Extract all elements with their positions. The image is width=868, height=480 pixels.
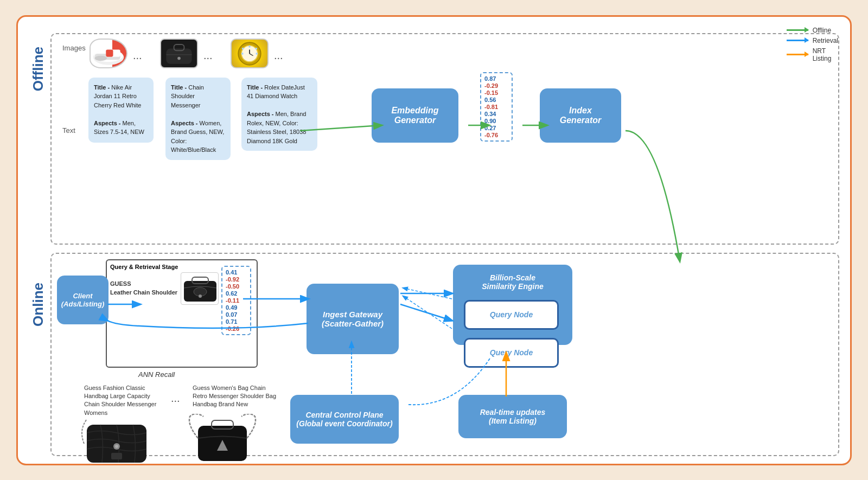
query-node-2-label: Query Node [490, 348, 533, 357]
product-card-chain: Title - Chain Shoulder Messenger Aspects… [165, 78, 231, 160]
chain-aspects-label: Aspects - [171, 120, 200, 126]
embedding-generator-box: EmbeddingGenerator [372, 88, 458, 143]
query-node-2-box: Query Node [464, 338, 559, 368]
index-generator-label: IndexGenerator [560, 106, 601, 125]
online-section-label: Online [30, 283, 47, 327]
svg-point-15 [256, 53, 258, 55]
svg-rect-27 [111, 453, 122, 459]
offline-vector: 0.87 -0.29 -0.15 0.56 -0.81 0.34 0.90 0.… [480, 72, 513, 142]
online-vector: 0.41 -0.92 -0.50 0.62 -0.11 0.49 0.07 0.… [221, 266, 251, 335]
svg-point-16 [242, 47, 244, 49]
svg-point-14 [255, 47, 257, 49]
guess-product-text: GUESS Leather Chain Shoulder [110, 280, 177, 297]
ingest-gateway-box: Ingest Gateway(Scatter-Gather) [307, 284, 399, 354]
result-1-text: Guess Fashion Classic Handbag Large Capa… [84, 384, 165, 418]
dots-results: ... [171, 392, 180, 405]
ingest-gateway-label: Ingest Gateway(Scatter-Gather) [322, 310, 384, 328]
query-node-1-box: Query Node [464, 300, 559, 330]
nike-aspects-label: Aspects - [94, 120, 123, 126]
offline-arrow-icon [787, 29, 808, 31]
dots-1: ... [133, 49, 142, 62]
nike-title-label: Title - [94, 84, 111, 91]
realtime-updates-box: Real-time updates(Item Listing) [458, 395, 567, 438]
client-label: Client(Ads/Listing) [61, 292, 104, 308]
offline-section-label: Offline [30, 47, 47, 91]
embedding-generator-label: EmbeddingGenerator [391, 106, 438, 125]
ann-recall-label: ANN Recall [138, 370, 175, 379]
central-control-box: Central Control Plane(Global event Coord… [290, 395, 399, 444]
shoe-image [90, 39, 127, 68]
dots-2: ... [203, 49, 213, 62]
product-card-nike: Title - Nike Air Jordan 11 Retro Cherry … [88, 78, 154, 143]
realtime-updates-label: Real-time updates(Item Listing) [480, 408, 546, 425]
product-card-rolex: Title - Rolex DateJust 41 Diamond Watch … [241, 78, 317, 151]
query-node-1-label: Query Node [490, 310, 533, 319]
online-section: Query & Retrieval Stage GUESS Leather Ch… [50, 253, 839, 456]
svg-point-9 [177, 56, 181, 60]
offline-section: Images Text ... [50, 33, 839, 245]
svg-point-5 [95, 55, 107, 60]
main-container: Offline Retrieval NRTListing Offline Onl… [16, 15, 852, 465]
result-2-text: Guess Women's Bag Chain Retro Messenger … [193, 384, 279, 409]
rolex-title-label: Title - [247, 84, 264, 91]
text-label: Text [62, 126, 75, 135]
svg-rect-4 [106, 49, 113, 56]
guess-bag-image [181, 272, 219, 305]
watch-image [231, 39, 269, 68]
svg-point-17 [241, 53, 244, 55]
guess-name: Leather Chain Shoulder [110, 289, 177, 296]
guess-brand: GUESS [110, 280, 131, 287]
bag-image-2 [187, 414, 258, 468]
svg-point-13 [248, 45, 251, 47]
bag-image-1 [81, 414, 152, 468]
billion-scale-label: Billion-ScaleSimilarity Engine [482, 273, 544, 291]
chain-title-label: Title - [171, 84, 188, 91]
index-generator-box: IndexGenerator [540, 88, 621, 143]
svg-point-23 [199, 295, 202, 298]
purse-image-1 [160, 39, 198, 68]
images-label: Images [62, 44, 86, 52]
central-control-label: Central Control Plane(Global event Coord… [296, 411, 392, 428]
rolex-aspects-label: Aspects - [247, 111, 276, 117]
dots-3: ... [274, 49, 283, 62]
billion-scale-area: Billion-ScaleSimilarity Engine Query Nod… [453, 265, 572, 345]
client-box: Client(Ads/Listing) [57, 276, 108, 324]
query-retrieval-stage: Query & Retrieval Stage GUESS Leather Ch… [106, 259, 258, 368]
svg-point-26 [115, 445, 118, 448]
